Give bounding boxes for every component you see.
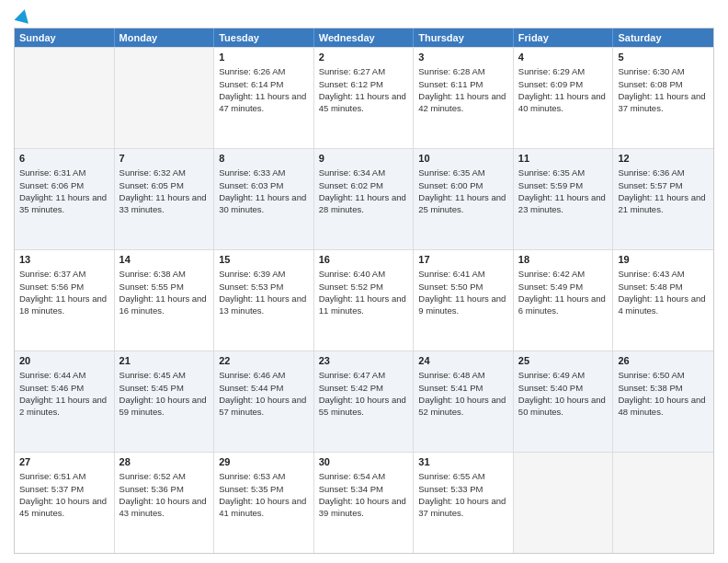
calendar-cell: 3Sunrise: 6:28 AMSunset: 6:11 PMDaylight… [414,48,514,148]
calendar-cell: 6Sunrise: 6:31 AMSunset: 6:06 PMDaylight… [15,149,115,249]
day-number: 8 [219,152,309,166]
calendar-cell [15,48,115,148]
daylight-text: Daylight: 10 hours and 55 minutes. [319,394,409,419]
sunset-text: Sunset: 5:37 PM [19,483,109,495]
sunrise-text: Sunrise: 6:28 AM [418,65,508,77]
sunset-text: Sunset: 5:34 PM [319,483,409,495]
sunrise-text: Sunrise: 6:44 AM [19,369,109,381]
calendar-cell: 22Sunrise: 6:46 AMSunset: 5:44 PMDayligh… [214,351,314,452]
sunrise-text: Sunrise: 6:54 AM [319,470,409,482]
daylight-text: Daylight: 11 hours and 28 minutes. [319,191,409,216]
sunrise-text: Sunrise: 6:46 AM [219,369,309,381]
calendar-cell: 20Sunrise: 6:44 AMSunset: 5:46 PMDayligh… [15,351,115,452]
day-number: 5 [618,51,709,64]
day-number: 23 [319,354,409,368]
sunrise-text: Sunrise: 6:39 AM [219,268,309,280]
sunset-text: Sunset: 5:35 PM [219,483,309,495]
logo [14,9,30,22]
sunset-text: Sunset: 5:36 PM [119,483,210,495]
cal-header-day: Sunday [15,29,115,47]
daylight-text: Daylight: 11 hours and 21 minutes. [618,191,709,216]
calendar-cell: 5Sunrise: 6:30 AMSunset: 6:08 PMDaylight… [613,48,713,148]
day-number: 21 [119,354,210,368]
day-number: 22 [219,354,309,368]
cal-header-day: Tuesday [214,29,314,47]
daylight-text: Daylight: 11 hours and 30 minutes. [219,191,309,216]
sunrise-text: Sunrise: 6:40 AM [319,268,409,280]
day-number: 13 [19,253,109,267]
calendar-row: 20Sunrise: 6:44 AMSunset: 5:46 PMDayligh… [15,350,713,452]
sunrise-text: Sunrise: 6:45 AM [119,369,210,381]
calendar-row: 6Sunrise: 6:31 AMSunset: 6:06 PMDaylight… [15,148,713,249]
calendar-cell: 21Sunrise: 6:45 AMSunset: 5:45 PMDayligh… [115,351,215,452]
sunset-text: Sunset: 5:55 PM [119,281,210,293]
calendar-cell: 28Sunrise: 6:52 AMSunset: 5:36 PMDayligh… [115,453,215,553]
sunrise-text: Sunrise: 6:48 AM [418,369,508,381]
daylight-text: Daylight: 11 hours and 9 minutes. [418,293,508,317]
cal-header-day: Thursday [414,29,514,47]
daylight-text: Daylight: 10 hours and 57 minutes. [219,394,309,419]
calendar-cell: 27Sunrise: 6:51 AMSunset: 5:37 PMDayligh… [15,453,115,553]
sunrise-text: Sunrise: 6:31 AM [19,167,109,178]
sunrise-text: Sunrise: 6:38 AM [119,268,210,280]
sunset-text: Sunset: 5:53 PM [219,281,309,293]
day-number: 20 [19,354,109,368]
sunset-text: Sunset: 5:50 PM [418,281,508,293]
day-number: 31 [418,455,508,469]
sunset-text: Sunset: 5:41 PM [418,382,508,394]
calendar-cell: 9Sunrise: 6:34 AMSunset: 6:02 PMDaylight… [314,149,415,249]
calendar-cell: 29Sunrise: 6:53 AMSunset: 5:35 PMDayligh… [214,453,314,553]
daylight-text: Daylight: 10 hours and 52 minutes. [418,394,508,419]
logo-triangle-icon [14,7,31,24]
daylight-text: Daylight: 11 hours and 23 minutes. [518,191,609,216]
sunset-text: Sunset: 5:48 PM [618,281,709,293]
day-number: 4 [518,51,609,64]
day-number: 1 [219,51,309,64]
calendar-body: 1Sunrise: 6:26 AMSunset: 6:14 PMDaylight… [15,47,713,553]
daylight-text: Daylight: 10 hours and 37 minutes. [418,495,508,520]
calendar-cell: 8Sunrise: 6:33 AMSunset: 6:03 PMDaylight… [214,149,314,249]
day-number: 25 [518,354,609,368]
calendar-row: 13Sunrise: 6:37 AMSunset: 5:56 PMDayligh… [15,249,713,350]
cal-header-day: Friday [514,29,614,47]
sunset-text: Sunset: 5:44 PM [219,382,309,394]
header [14,9,714,22]
sunset-text: Sunset: 5:52 PM [319,281,409,293]
daylight-text: Daylight: 11 hours and 6 minutes. [518,293,609,317]
daylight-text: Daylight: 11 hours and 33 minutes. [119,191,210,216]
sunset-text: Sunset: 5:56 PM [19,281,109,293]
daylight-text: Daylight: 10 hours and 50 minutes. [518,394,609,419]
daylight-text: Daylight: 11 hours and 37 minutes. [618,90,709,115]
sunrise-text: Sunrise: 6:35 AM [418,167,508,178]
day-number: 3 [418,51,508,64]
calendar-row: 1Sunrise: 6:26 AMSunset: 6:14 PMDaylight… [15,47,713,148]
daylight-text: Daylight: 11 hours and 42 minutes. [418,90,508,115]
daylight-text: Daylight: 11 hours and 35 minutes. [19,191,109,216]
calendar-cell: 26Sunrise: 6:50 AMSunset: 5:38 PMDayligh… [613,351,713,452]
calendar-cell: 15Sunrise: 6:39 AMSunset: 5:53 PMDayligh… [214,250,314,350]
calendar-cell: 7Sunrise: 6:32 AMSunset: 6:05 PMDaylight… [115,149,215,249]
sunrise-text: Sunrise: 6:47 AM [319,369,409,381]
calendar-cell: 11Sunrise: 6:35 AMSunset: 5:59 PMDayligh… [514,149,614,249]
day-number: 17 [418,253,508,267]
daylight-text: Daylight: 10 hours and 45 minutes. [19,495,109,520]
sunrise-text: Sunrise: 6:29 AM [518,65,609,77]
calendar-cell: 24Sunrise: 6:48 AMSunset: 5:41 PMDayligh… [414,351,514,452]
sunrise-text: Sunrise: 6:43 AM [618,268,709,280]
sunrise-text: Sunrise: 6:36 AM [618,167,709,178]
calendar-row: 27Sunrise: 6:51 AMSunset: 5:37 PMDayligh… [15,452,713,553]
day-number: 9 [319,152,409,166]
sunset-text: Sunset: 5:57 PM [618,179,709,191]
daylight-text: Daylight: 10 hours and 39 minutes. [319,495,409,520]
day-number: 14 [119,253,210,267]
day-number: 11 [518,152,609,166]
calendar: SundayMondayTuesdayWednesdayThursdayFrid… [14,28,714,554]
sunrise-text: Sunrise: 6:27 AM [319,65,409,77]
calendar-cell: 23Sunrise: 6:47 AMSunset: 5:42 PMDayligh… [314,351,415,452]
sunset-text: Sunset: 5:46 PM [19,382,109,394]
sunrise-text: Sunrise: 6:41 AM [418,268,508,280]
sunset-text: Sunset: 5:38 PM [618,382,709,394]
cal-header-day: Wednesday [314,29,415,47]
daylight-text: Daylight: 10 hours and 59 minutes. [119,394,210,419]
day-number: 15 [219,253,309,267]
